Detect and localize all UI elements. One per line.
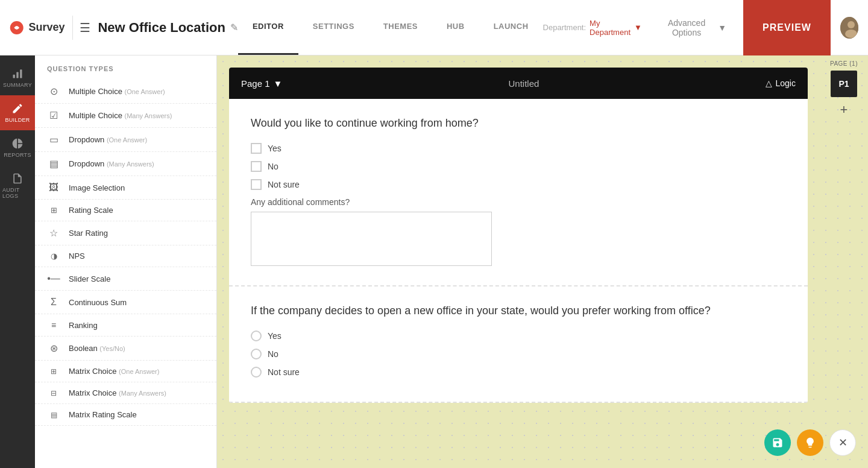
app-logo-text: Survey <box>28 21 64 34</box>
qt-matrix-many[interactable]: ⊟ Matrix Choice (Many Answers) <box>35 382 216 404</box>
qt-dd-many-sub: (Many Answers) <box>107 160 154 168</box>
question-1-block: Would you like to continue working from … <box>229 99 808 286</box>
preview-button[interactable]: PREVIEW <box>743 0 831 55</box>
advanced-options-button[interactable]: Advanced Options ▼ <box>652 13 734 42</box>
bulb-floating-button[interactable] <box>797 429 823 456</box>
q2-radio-yes[interactable] <box>251 330 262 341</box>
q1-checkbox-no[interactable] <box>251 161 262 172</box>
nps-icon: ◑ <box>47 251 60 261</box>
q1-checkbox-yes[interactable] <box>251 143 262 154</box>
edit-title-icon[interactable]: ✎ <box>230 22 238 33</box>
question-2-block: If the company decides to open a new off… <box>229 286 808 403</box>
matrix-icon: ⊞ <box>47 367 60 376</box>
qt-mc-one[interactable]: ⊙ Multiple Choice (One Answer) <box>35 80 216 104</box>
icon-sidebar: SUMMARY BUILDER REPORTS AUDIT LOGS <box>0 55 35 468</box>
svg-point-3 <box>845 30 857 38</box>
page-p1-indicator[interactable]: P1 <box>831 71 857 97</box>
q1-option-no[interactable]: No <box>251 161 786 172</box>
qt-cont-sum[interactable]: Σ Continuous Sum <box>35 291 216 314</box>
qt-matrix-rating[interactable]: ▤ Matrix Rating Scale <box>35 404 216 426</box>
top-nav: Survey ☰ New Office Location ✎ EDITOR SE… <box>0 0 868 55</box>
qt-matrix-many-sub: (Many Answers) <box>119 390 166 397</box>
question-types-panel: Question Types ⊙ Multiple Choice (One An… <box>35 55 217 468</box>
department-label: Department: <box>543 23 587 32</box>
tab-themes[interactable]: THEMES <box>369 0 432 55</box>
logo-icon <box>10 18 24 37</box>
qt-rating-label: Rating Scale <box>69 206 113 215</box>
qt-slider[interactable]: •— Slider Scale <box>35 267 216 291</box>
pie-icon <box>11 138 24 150</box>
sigma-icon: Σ <box>47 297 60 308</box>
logic-button[interactable]: △ Logic <box>766 78 796 88</box>
q1-option-notsure[interactable]: Not sure <box>251 179 786 190</box>
add-page-button[interactable]: + <box>840 102 848 118</box>
matrix-many-icon: ⊟ <box>47 389 60 397</box>
page-title-button[interactable]: Page 1 ▼ <box>241 78 282 89</box>
qt-img-sel[interactable]: 🖼 Image Selection <box>35 176 216 200</box>
sidebar-summary-label: SUMMARY <box>3 82 32 88</box>
logic-label: Logic <box>776 78 796 88</box>
qt-mc-many[interactable]: ☑ Multiple Choice (Many Answers) <box>35 104 216 128</box>
q2-radio-notsure[interactable] <box>251 367 262 378</box>
right-panel: PAGE (1) P1 + <box>820 55 868 468</box>
q1-comment-textarea[interactable] <box>251 212 492 266</box>
matrix-rating-icon: ▤ <box>47 411 60 419</box>
qt-cont-sum-label: Continuous Sum <box>69 298 127 307</box>
page-indicator-label: PAGE (1) <box>830 60 858 67</box>
qt-dd-one[interactable]: ▭ Dropdown (One Answer) <box>35 128 216 152</box>
save-floating-button[interactable] <box>764 429 791 456</box>
qt-mc-many-label: Multiple Choice <box>69 111 122 120</box>
doc-icon <box>11 172 24 185</box>
q1-checkbox-notsure[interactable] <box>251 179 262 190</box>
sidebar-item-reports[interactable]: REPORTS <box>0 130 35 165</box>
qt-ranking[interactable]: ≡ Ranking <box>35 314 216 337</box>
department-name[interactable]: My Department <box>590 19 631 37</box>
user-avatar[interactable] <box>840 17 858 39</box>
qt-nps-label: NPS <box>69 251 85 261</box>
sidebar-builder-label: BUILDER <box>5 117 30 123</box>
q1-option-yes[interactable]: Yes <box>251 143 786 154</box>
question-1-text: Would you like to continue working from … <box>251 116 786 131</box>
qt-boolean[interactable]: ⊛ Boolean (Yes/No) <box>35 337 216 361</box>
q2-option-yes[interactable]: Yes <box>251 330 786 341</box>
qt-matrix-one[interactable]: ⊞ Matrix Choice (One Answer) <box>35 361 216 382</box>
tab-settings[interactable]: SETTINGS <box>298 0 369 55</box>
slider-icon: •— <box>47 273 60 284</box>
q1-label-no: No <box>268 162 278 171</box>
qt-nps[interactable]: ◑ NPS <box>35 245 216 267</box>
save-icon <box>772 437 784 449</box>
question-types-header: Question Types <box>35 65 216 80</box>
page-dropdown-icon: ▼ <box>274 78 283 89</box>
qt-dd-one-sub: (One Answer) <box>107 136 147 144</box>
qt-dd-many-label: Dropdown <box>69 159 104 168</box>
qt-rating[interactable]: ⊞ Rating Scale <box>35 200 216 221</box>
qt-dd-one-label: Dropdown <box>69 135 104 144</box>
star-icon: ☆ <box>47 227 60 239</box>
floating-buttons: ✕ <box>764 429 856 456</box>
tab-hub[interactable]: HUB <box>432 0 479 55</box>
tab-editor[interactable]: EDITOR <box>238 0 298 55</box>
nav-right: Department: My Department ▼ Advanced Opt… <box>543 0 858 55</box>
close-floating-button[interactable]: ✕ <box>829 429 856 456</box>
q1-label-yes: Yes <box>268 144 281 153</box>
sidebar-item-summary[interactable]: SUMMARY <box>0 60 35 95</box>
question-2-text: If the company decides to open a new off… <box>251 303 786 318</box>
q2-label-yes: Yes <box>268 331 281 341</box>
q2-option-notsure[interactable]: Not sure <box>251 367 786 378</box>
rating-icon: ⊞ <box>47 206 60 215</box>
q2-option-no[interactable]: No <box>251 349 786 359</box>
qt-boolean-sub: (Yes/No) <box>99 345 125 352</box>
q2-radio-no[interactable] <box>251 349 262 359</box>
dropdown-many-icon: ▤ <box>47 158 60 169</box>
advanced-options-chevron-icon: ▼ <box>718 23 726 33</box>
dept-dropdown-icon[interactable]: ▼ <box>634 23 642 32</box>
survey-page: Page 1 ▼ Untitled △ Logic Would you like… <box>229 68 808 403</box>
hamburger-button[interactable]: ☰ <box>80 21 90 35</box>
tab-launch[interactable]: LAUNCH <box>479 0 543 55</box>
qt-dd-many[interactable]: ▤ Dropdown (Many Answers) <box>35 152 216 176</box>
qt-star[interactable]: ☆ Star Rating <box>35 221 216 245</box>
q1-label-notsure: Not sure <box>268 180 300 189</box>
sidebar-item-builder[interactable]: BUILDER <box>0 95 35 130</box>
survey-title: New Office Location <box>98 20 225 36</box>
sidebar-item-audit-logs[interactable]: AUDIT LOGS <box>0 165 35 206</box>
